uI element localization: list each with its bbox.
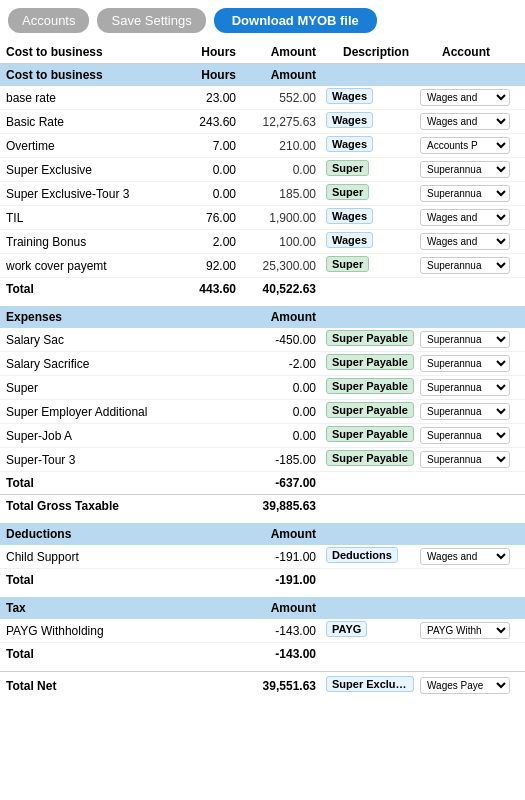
exp-row-account[interactable]: Wages and Accounts PSuperannuaPAYG Withh… [420,379,515,396]
ctb-row-label: Basic Rate [6,115,166,129]
ctb-row-account[interactable]: Wages and Accounts PSuperannuaPAYG Withh… [420,233,515,250]
ded-header-label: Deductions [6,527,236,541]
ctb-account-select-1[interactable]: Wages and Accounts PSuperannuaPAYG Withh… [420,113,510,130]
exp-row: Super-Job A 0.00 Super Payable Wages and… [0,424,525,448]
col-header-account: Account [426,45,506,59]
ded-row: Child Support -191.00 Deductions Wages a… [0,545,525,569]
exp-row: Salary Sacrifice -2.00 Super Payable Wag… [0,352,525,376]
ctb-row-account[interactable]: Wages and Accounts PSuperannuaPAYG Withh… [420,185,515,202]
tax-total-label: Total [6,647,236,661]
exp-account-select-5[interactable]: Wages and Accounts PSuperannuaPAYG Withh… [420,451,510,468]
exp-total-label: Total [6,476,236,490]
exp-row-amount: 0.00 [236,405,316,419]
top-bar: Accounts Save Settings Download MYOB fil… [0,0,525,41]
ded-account-select-0[interactable]: Wages and Accounts PSuperannuaPAYG Withh… [420,548,510,565]
cost-to-business-header: Cost to business Hours Amount [0,64,525,86]
ctb-row-account[interactable]: Wages and Accounts PSuperannuaPAYG Withh… [420,89,515,106]
exp-row-label: Super-Job A [6,429,236,443]
exp-row-account[interactable]: Wages and Accounts PSuperannuaPAYG Withh… [420,355,515,372]
exp-account-select-2[interactable]: Wages and Accounts PSuperannuaPAYG Withh… [420,379,510,396]
exp-row-amount: 0.00 [236,381,316,395]
exp-header-amount: Amount [236,310,316,324]
ded-total-label: Total [6,573,236,587]
exp-row-badge: Super Payable [326,402,414,418]
total-net-account-select[interactable]: Wages Paye Wages and Salaries Superannua… [420,677,510,694]
ctb-account-select-6[interactable]: Wages and Accounts PSuperannuaPAYG Withh… [420,233,510,250]
col-header-description: Description [326,45,426,59]
exp-row-desc: Super Payable [326,450,416,469]
ctb-row-badge: Super [326,256,369,272]
exp-account-select-0[interactable]: Wages and Accounts PSuperannuaPAYG Withh… [420,331,510,348]
ded-header-amount: Amount [236,527,316,541]
exp-row-badge: Super Payable [326,378,414,394]
ctb-row-badge: Wages [326,208,373,224]
deductions-header: Deductions Amount [0,523,525,545]
accounts-button[interactable]: Accounts [8,8,89,33]
ctb-row-account[interactable]: Wages and Accounts PSuperannuaPAYG Withh… [420,137,515,154]
save-settings-button[interactable]: Save Settings [97,8,205,33]
ctb-row-label: TIL [6,211,166,225]
ctb-row-label: base rate [6,91,166,105]
ctb-row-amount: 12,275.63 [236,115,316,129]
exp-account-select-3[interactable]: Wages and Accounts PSuperannuaPAYG Withh… [420,403,510,420]
exp-row-badge: Super Payable [326,354,414,370]
tax-total-amount: -143.00 [236,647,316,661]
ctb-row-badge: Super [326,160,369,176]
total-gross-row: Total Gross Taxable 39,885.63 [0,494,525,517]
ctb-row-account[interactable]: Wages and Accounts PSuperannuaPAYG Withh… [420,209,515,226]
ctb-row-badge: Super [326,184,369,200]
exp-account-select-4[interactable]: Wages and Accounts PSuperannuaPAYG Withh… [420,427,510,444]
ctb-account-select-5[interactable]: Wages and Accounts PSuperannuaPAYG Withh… [420,209,510,226]
ctb-row: Basic Rate 243.60 12,275.63 Wages Wages … [0,110,525,134]
ctb-row-hours: 2.00 [166,235,236,249]
ctb-header-hours: Hours [166,68,236,82]
download-myob-button[interactable]: Download MYOB file [214,8,377,33]
tax-row-account[interactable]: Wages and Accounts PSuperannuaPAYG Withh… [420,622,515,639]
ctb-row-account[interactable]: Wages and Accounts PSuperannuaPAYG Withh… [420,161,515,178]
ded-total-amount: -191.00 [236,573,316,587]
ctb-row: Super Exclusive-Tour 3 0.00 185.00 Super… [0,182,525,206]
col-header-amount: Amount [236,45,316,59]
tax-account-select-0[interactable]: Wages and Accounts PSuperannuaPAYG Withh… [420,622,510,639]
ctb-row-amount: 185.00 [236,187,316,201]
exp-row: Salary Sac -450.00 Super Payable Wages a… [0,328,525,352]
ded-row-desc: Deductions [326,547,416,566]
exp-row: Super-Tour 3 -185.00 Super Payable Wages… [0,448,525,472]
ctb-row-desc: Wages [326,112,416,131]
deductions-rows: Child Support -191.00 Deductions Wages a… [0,545,525,569]
ded-row-account[interactable]: Wages and Accounts PSuperannuaPAYG Withh… [420,548,515,565]
exp-row-label: Salary Sac [6,333,236,347]
ctb-account-select-0[interactable]: Wages and Accounts PSuperannuaPAYG Withh… [420,89,510,106]
ctb-row-badge: Wages [326,112,373,128]
col-header-cost: Cost to business [6,45,166,59]
exp-row-label: Super Employer Additional [6,405,236,419]
exp-row-desc: Super Payable [326,402,416,421]
ctb-account-select-4[interactable]: Wages and Accounts PSuperannuaPAYG Withh… [420,185,510,202]
tax-total-row: Total -143.00 [0,643,525,665]
ctb-row-account[interactable]: Wages and Accounts PSuperannuaPAYG Withh… [420,113,515,130]
ctb-row-desc: Super [326,160,416,179]
ctb-account-select-2[interactable]: Wages and Accounts PSuperannuaPAYG Withh… [420,137,510,154]
ctb-row-account[interactable]: Wages and Accounts PSuperannuaPAYG Withh… [420,257,515,274]
col-header-hours: Hours [166,45,236,59]
tax-row-badge: PAYG [326,621,367,637]
exp-account-select-1[interactable]: Wages and Accounts PSuperannuaPAYG Withh… [420,355,510,372]
exp-row-amount: -2.00 [236,357,316,371]
exp-row: Super 0.00 Super Payable Wages and Accou… [0,376,525,400]
ctb-row-desc: Wages [326,208,416,227]
ctb-total-amount: 40,522.63 [236,282,316,296]
ctb-account-select-7[interactable]: Wages and Accounts PSuperannuaPAYG Withh… [420,257,510,274]
exp-row-account[interactable]: Wages and Accounts PSuperannuaPAYG Withh… [420,451,515,468]
ctb-row-hours: 0.00 [166,187,236,201]
total-net-account[interactable]: Wages Paye Wages and Salaries Superannua… [420,677,515,694]
exp-row-account[interactable]: Wages and Accounts PSuperannuaPAYG Withh… [420,403,515,420]
ctb-row-hours: 0.00 [166,163,236,177]
ctb-row-desc: Wages [326,232,416,251]
ctb-account-select-3[interactable]: Wages and Accounts PSuperannuaPAYG Withh… [420,161,510,178]
ctb-row-desc: Super [326,256,416,275]
ctb-row-label: Overtime [6,139,166,153]
ctb-row: base rate 23.00 552.00 Wages Wages and A… [0,86,525,110]
expenses-header: Expenses Amount [0,306,525,328]
exp-row-account[interactable]: Wages and Accounts PSuperannuaPAYG Withh… [420,427,515,444]
exp-row-account[interactable]: Wages and Accounts PSuperannuaPAYG Withh… [420,331,515,348]
